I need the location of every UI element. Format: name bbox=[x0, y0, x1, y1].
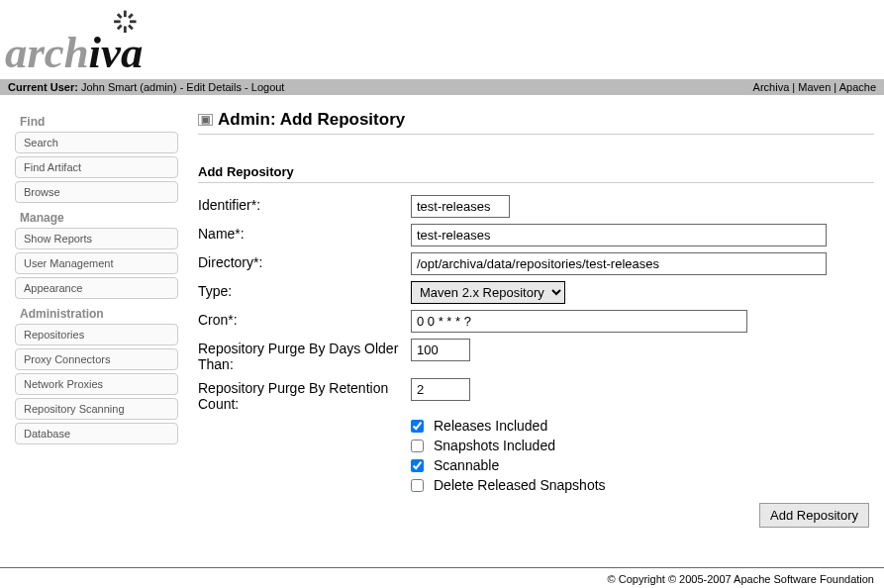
svg-line-7 bbox=[129, 14, 133, 18]
directory-label: Directory*: bbox=[198, 252, 411, 270]
archiva-logo: archiva bbox=[5, 5, 190, 74]
purge-count-label: Repository Purge By Retention Count: bbox=[198, 378, 411, 412]
archiva-link[interactable]: Archiva bbox=[753, 81, 790, 93]
sidebar: Find Search Find Artifact Browse Manage … bbox=[0, 110, 193, 528]
user-bar: Current User: John Smart (admin) - Edit … bbox=[0, 79, 884, 95]
purge-days-label: Repository Purge By Days Older Than: bbox=[198, 339, 411, 372]
type-select[interactable]: Maven 2.x Repository bbox=[411, 281, 565, 304]
edit-details-link[interactable]: Edit Details bbox=[186, 81, 242, 93]
user-bar-right: Archiva | Maven | Apache bbox=[753, 81, 876, 93]
sidebar-item-database[interactable]: Database bbox=[15, 423, 178, 444]
sidebar-item-user-management[interactable]: User Management bbox=[15, 252, 178, 274]
apache-link[interactable]: Apache bbox=[839, 81, 876, 93]
name-input[interactable] bbox=[411, 224, 827, 246]
sidebar-item-search[interactable]: Search bbox=[15, 132, 178, 153]
sidebar-item-browse[interactable]: Browse bbox=[15, 181, 178, 203]
releases-label: Releases Included bbox=[434, 418, 547, 434]
delete-released-checkbox[interactable] bbox=[411, 479, 424, 492]
page-title-text: Admin: Add Repository bbox=[218, 110, 405, 130]
directory-input[interactable] bbox=[411, 252, 827, 275]
sidebar-section-administration: Administration bbox=[15, 302, 178, 324]
snapshots-label: Snapshots Included bbox=[434, 438, 555, 453]
logout-link[interactable]: Logout bbox=[251, 81, 285, 93]
sidebar-item-network-proxies[interactable]: Network Proxies bbox=[15, 373, 178, 395]
svg-text:archiva: archiva bbox=[5, 28, 143, 74]
scannable-checkbox[interactable] bbox=[411, 459, 424, 472]
type-label: Type: bbox=[198, 281, 411, 299]
user-role: (admin) bbox=[140, 81, 176, 93]
add-repository-button[interactable] bbox=[759, 503, 869, 528]
cron-input[interactable] bbox=[411, 310, 747, 333]
content: ▣ Admin: Add Repository Add Repository I… bbox=[193, 110, 884, 528]
sidebar-item-repositories[interactable]: Repositories bbox=[15, 324, 178, 345]
purge-days-input[interactable] bbox=[411, 339, 470, 361]
sidebar-item-find-artifact[interactable]: Find Artifact bbox=[15, 156, 178, 178]
snapshots-checkbox[interactable] bbox=[411, 440, 424, 452]
page-title: ▣ Admin: Add Repository bbox=[198, 110, 874, 135]
current-user-label: Current User: bbox=[8, 81, 78, 93]
sidebar-item-appearance[interactable]: Appearance bbox=[15, 277, 178, 299]
user-bar-left: Current User: John Smart (admin) - Edit … bbox=[8, 81, 284, 93]
logo: archiva bbox=[0, 0, 884, 79]
scannable-label: Scannable bbox=[434, 457, 499, 473]
sidebar-item-proxy-connectors[interactable]: Proxy Connectors bbox=[15, 348, 178, 370]
sidebar-item-show-reports[interactable]: Show Reports bbox=[15, 228, 178, 249]
identifier-input[interactable] bbox=[411, 195, 510, 218]
section-title: Add Repository bbox=[198, 164, 874, 183]
delete-released-label: Delete Released Snapshots bbox=[434, 477, 606, 493]
sidebar-item-repository-scanning[interactable]: Repository Scanning bbox=[15, 398, 178, 420]
copyright: © Copyright © 2005-2007 Apache Software … bbox=[608, 573, 874, 585]
purge-count-input[interactable] bbox=[411, 378, 470, 401]
user-name-link[interactable]: John Smart bbox=[81, 81, 137, 93]
sidebar-section-find: Find bbox=[15, 110, 178, 132]
maven-link[interactable]: Maven bbox=[798, 81, 831, 93]
identifier-label: Identifier*: bbox=[198, 195, 411, 213]
sidebar-section-manage: Manage bbox=[15, 206, 178, 228]
releases-checkbox[interactable] bbox=[411, 420, 424, 433]
footer: © Copyright © 2005-2007 Apache Software … bbox=[0, 567, 884, 588]
svg-line-4 bbox=[118, 14, 122, 18]
cron-label: Cron*: bbox=[198, 310, 411, 328]
expand-icon[interactable]: ▣ bbox=[198, 114, 213, 126]
name-label: Name*: bbox=[198, 224, 411, 242]
